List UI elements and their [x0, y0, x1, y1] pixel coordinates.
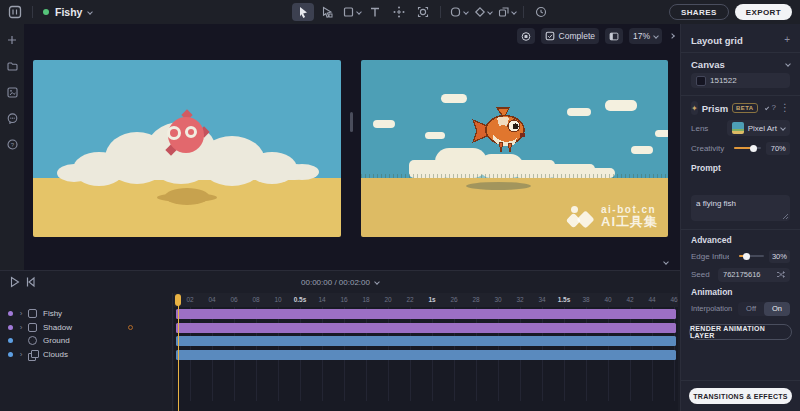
time-display-chevron-icon [374, 279, 380, 285]
ruler-label: 22 [400, 296, 420, 303]
frame-tool-button[interactable] [340, 3, 362, 21]
canvas-viewport[interactable]: Complete 17% [24, 24, 680, 270]
ruler-label: 30 [488, 296, 508, 303]
node-select-tool-button[interactable] [316, 3, 338, 21]
scene2-cloud [567, 108, 591, 116]
layer-row-fishy[interactable]: ›Fishy [0, 307, 173, 320]
shuffle-seed-icon[interactable] [776, 270, 785, 279]
artboard-divider-handle[interactable] [350, 112, 353, 132]
canvas-color-swatch[interactable] [696, 76, 706, 86]
creativity-slider[interactable] [734, 147, 761, 149]
transitions-effects-button[interactable]: TRANSITIONS & EFFECTS [689, 388, 792, 404]
export-button[interactable]: EXPORT [735, 4, 792, 20]
layer-type-sprite-icon [28, 323, 37, 332]
layer-row-clouds[interactable]: ›Clouds [0, 348, 173, 361]
layer-row-shadow[interactable]: ›Shadow [0, 321, 173, 334]
prism-help-icon[interactable]: ? [772, 103, 776, 113]
interpolation-on-option[interactable]: On [764, 302, 790, 316]
ruler-label: 06 [224, 296, 244, 303]
seed-input[interactable]: 762175616 [718, 268, 790, 282]
time-display-value: 00:00:00 / 00:02:00 [301, 278, 370, 287]
timeline-bar-clouds[interactable] [176, 350, 676, 360]
layer-type-stack-icon [28, 350, 37, 359]
playhead-line [178, 297, 179, 411]
project-title: Fishy [55, 6, 82, 18]
canvas-color-input[interactable]: 151522 [691, 73, 790, 88]
prism-icon: ✦ [691, 101, 698, 115]
layer-list: ›Fishy›ShadowGround›Clouds [0, 293, 173, 411]
timeline-bar-fishy[interactable] [176, 309, 676, 319]
divider [32, 6, 33, 18]
project-menu-chevron-icon[interactable] [88, 9, 94, 15]
comments-icon[interactable] [4, 110, 20, 126]
timeline-bar-shadow[interactable] [176, 323, 676, 333]
render-animation-layer-button[interactable]: RENDER ANIMATION LAYER [689, 324, 792, 340]
layer-expand-chevron-icon[interactable]: › [16, 323, 26, 332]
expand-panel-chevron-icon[interactable] [669, 33, 675, 39]
timeline-ruler[interactable]: 02040608100.5s14161820221s26283032341.5s… [174, 293, 678, 307]
prism-collapse-chevron-icon[interactable] [764, 106, 768, 110]
project-status-dot [43, 9, 49, 15]
panel-toggle-button[interactable] [605, 28, 623, 44]
frame-tool-chevron-icon[interactable] [356, 9, 362, 15]
zoom-level-dropdown[interactable]: 17% [629, 28, 662, 44]
shape-tool-button[interactable] [447, 3, 469, 21]
assets-icon[interactable] [4, 84, 20, 100]
edge-influence-slider[interactable] [739, 255, 763, 257]
collapse-timeline-chevron-icon[interactable] [663, 259, 669, 265]
add-icon[interactable] [4, 32, 20, 48]
prompt-textarea[interactable]: a flying fish [691, 195, 790, 221]
scene2-cloud [441, 94, 467, 103]
layer-expand-chevron-icon[interactable]: › [16, 350, 26, 359]
app-logo-icon[interactable] [8, 5, 22, 19]
shape-tool-chevron-icon[interactable] [463, 9, 469, 15]
effect-tool-button[interactable] [471, 3, 493, 21]
interpolation-off-option[interactable]: Off [738, 302, 764, 316]
keyframe-indicator[interactable] [128, 325, 133, 330]
layer-row-ground[interactable]: Ground [0, 334, 173, 347]
help-icon[interactable]: ? [4, 136, 20, 152]
layer-expand-chevron-icon[interactable]: › [16, 309, 26, 318]
share-button[interactable]: SHARES [669, 4, 729, 20]
creativity-value[interactable]: 70% [766, 142, 790, 155]
layer-color-dot [8, 338, 13, 343]
layer-name: Fishy [43, 309, 62, 318]
text-tool-button[interactable] [364, 3, 386, 21]
time-display[interactable]: 00:00:00 / 00:02:00 [0, 271, 680, 293]
timeline-tracks[interactable]: 02040608100.5s14161820221s26283032341.5s… [174, 293, 678, 411]
layers-tool-button[interactable] [495, 3, 517, 21]
timeline-bar-ground[interactable] [176, 336, 676, 346]
record-button[interactable] [517, 28, 535, 44]
seed-value: 762175616 [723, 270, 761, 279]
scene2-cloud [655, 130, 668, 137]
prism-more-icon[interactable]: ⋮ [780, 103, 790, 113]
history-tool-button[interactable] [530, 3, 552, 21]
artboard-frame-2[interactable]: ai-bot.cn AI工具集 [361, 60, 668, 237]
move-pixels-tool-button[interactable] [388, 3, 410, 21]
ruler-label: 14 [312, 296, 332, 303]
select-tool-button[interactable] [292, 3, 314, 21]
focus-region-tool-button[interactable] [412, 3, 434, 21]
complete-status-button[interactable]: Complete [541, 28, 599, 44]
lens-chevron-icon [780, 125, 786, 131]
playhead-handle[interactable] [175, 294, 181, 306]
prompt-label: Prompt [691, 163, 721, 173]
add-layout-grid-icon[interactable]: + [784, 35, 790, 45]
layers-tool-chevron-icon[interactable] [511, 9, 517, 15]
resize-handle[interactable] [783, 214, 788, 219]
artboard-frame-1[interactable] [33, 60, 341, 237]
interpolation-toggle[interactable]: Off On [738, 302, 790, 316]
edge-influence-value[interactable]: 30% [769, 250, 790, 263]
animation-label: Animation [691, 287, 733, 297]
lens-dropdown[interactable]: Pixel Art [727, 120, 790, 136]
app-window: Fishy [0, 0, 800, 411]
seed-label: Seed [691, 270, 710, 279]
properties-panel: Layout grid + Canvas 151522 ✦ Prism BETA… [680, 24, 800, 411]
ruler-label: 38 [576, 296, 596, 303]
interpolation-label: Interpolation [691, 304, 732, 313]
scene1-shadow-core [165, 188, 209, 205]
canvas-section-chevron-icon[interactable] [785, 61, 791, 67]
folder-icon[interactable] [4, 58, 20, 74]
ruler-label: 44 [642, 296, 662, 303]
effect-tool-chevron-icon[interactable] [487, 9, 493, 15]
